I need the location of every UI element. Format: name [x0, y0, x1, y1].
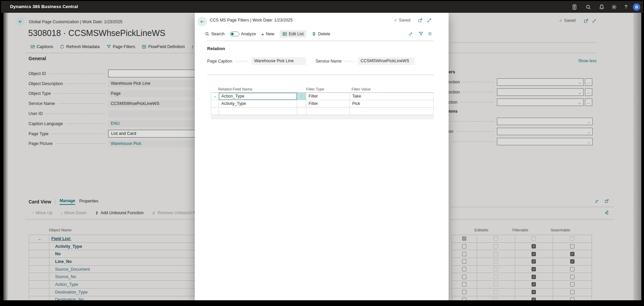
row-indicator: →	[211, 93, 219, 100]
page-caption-label: Page Caption	[207, 59, 232, 64]
delete-button[interactable]: Delete	[312, 32, 330, 36]
divider	[207, 41, 434, 41]
share-icon[interactable]	[409, 31, 414, 36]
plus-icon: +	[261, 31, 264, 37]
avatar[interactable]: B	[633, 3, 640, 11]
table-end-band	[211, 115, 434, 119]
tell-me-icon[interactable]	[571, 4, 578, 10]
dialog-back-button[interactable]	[197, 17, 207, 26]
filter-value-cell[interactable]: Pick	[350, 100, 433, 107]
filter-icon[interactable]	[418, 31, 423, 36]
dialog-breadcrumb[interactable]: CCS MS Page Filters | Work Date: 1/23/20…	[210, 18, 292, 23]
row-indicator	[211, 108, 219, 115]
filter-type-cell[interactable]	[306, 108, 350, 115]
check-icon: ✓	[394, 18, 397, 23]
screen: Dynamics 365 Business Central ? B Global…	[0, 0, 644, 306]
filters-table: → Action_Type ⋮ Filter Take Activity_Typ…	[211, 92, 434, 115]
assist-edit-button[interactable]	[297, 108, 306, 115]
search-button[interactable]: Search	[205, 32, 225, 36]
filter-type-header[interactable]: Filter Type	[306, 87, 324, 91]
edit-list-button[interactable]: Edit List	[280, 30, 306, 38]
toggle-switch-icon[interactable]	[230, 32, 239, 36]
new-label: New	[266, 32, 274, 36]
filter-type-cell[interactable]: Filter	[306, 100, 350, 107]
window-right-edge	[633, 13, 641, 300]
analyze-label: Analyze	[241, 32, 256, 36]
edit-list-label: Edit List	[289, 32, 304, 36]
settings-icon[interactable]	[611, 4, 617, 10]
dialog-toolbar: Search Analyze + New Edit List Delete	[205, 30, 330, 38]
related-field-name-cell[interactable]: Activity_Type	[219, 100, 297, 107]
page-filters-dialog: CCS MS Page Filters | Work Date: 1/23/20…	[195, 13, 449, 300]
search-label: Search	[211, 32, 225, 36]
divider	[207, 75, 434, 75]
open-in-window-icon[interactable]	[418, 18, 423, 23]
help-icon[interactable]: ?	[625, 4, 627, 10]
page-caption-field: Page Caption Warehouse Pick Line	[207, 57, 306, 65]
new-button[interactable]: + New	[261, 31, 274, 37]
related-field-name-cell[interactable]: Action_Type	[219, 93, 297, 100]
dialog-save-status: ✓ Saved	[394, 18, 410, 23]
view-options-icon[interactable]	[427, 31, 432, 36]
search-icon[interactable]	[585, 4, 591, 10]
filter-type-cell[interactable]: Filter	[306, 93, 350, 100]
edit-list-icon	[282, 32, 287, 36]
trash-icon	[312, 32, 316, 36]
filter-row[interactable]: Activity_Type Filter Pick	[211, 100, 433, 108]
top-navigation-bar: Dynamics 365 Business Central ? B	[1, 1, 643, 13]
filter-row[interactable]: → Action_Type ⋮ Filter Take	[211, 93, 433, 100]
related-field-name-header[interactable]: Related Field Name	[218, 87, 252, 91]
window-left-edge	[3, 13, 8, 300]
notifications-icon[interactable]	[599, 4, 605, 10]
filter-value-cell[interactable]: Take	[350, 93, 433, 100]
delete-label: Delete	[318, 32, 330, 36]
back-arrow-icon	[200, 19, 205, 24]
page-caption-value[interactable]: Warehouse Pick Line	[251, 57, 306, 65]
filter-row[interactable]	[211, 108, 433, 115]
analyze-toggle[interactable]: Analyze	[230, 32, 256, 36]
assist-edit-button[interactable]: ⋮	[297, 93, 306, 100]
service-name-label: Service Name	[316, 59, 341, 64]
related-field-name-cell[interactable]	[219, 108, 297, 115]
service-name-field: Service Name CCSMSWhsePickLineWS	[316, 57, 414, 65]
relation-section-heading[interactable]: Relation	[207, 46, 225, 51]
service-name-value[interactable]: CCSMSWhsePickLineWS	[358, 57, 414, 65]
search-icon	[205, 32, 210, 36]
filter-value-header[interactable]: Filter Value	[352, 87, 371, 91]
filter-value-cell[interactable]	[350, 108, 433, 115]
saved-label: Saved	[399, 18, 410, 23]
assist-edit-button[interactable]	[297, 100, 306, 107]
row-indicator	[211, 100, 219, 107]
app-title[interactable]: Dynamics 365 Business Central	[10, 4, 78, 9]
fullscreen-icon[interactable]	[427, 18, 432, 23]
